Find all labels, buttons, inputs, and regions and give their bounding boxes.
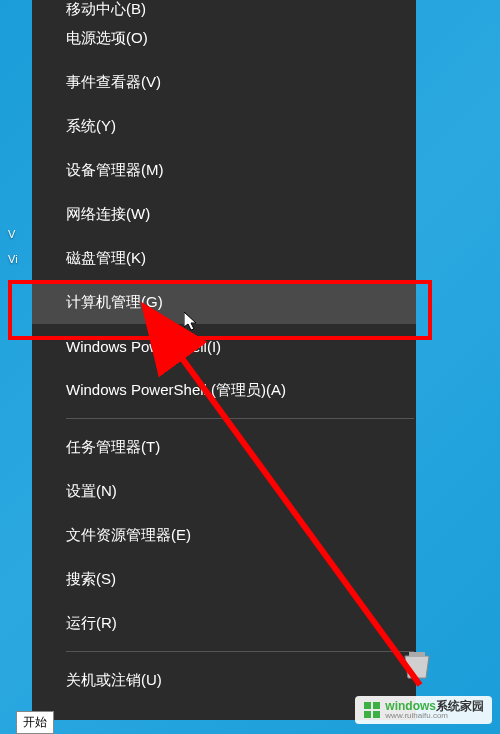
menu-item-disk-management[interactable]: 磁盘管理(K) [32,236,416,280]
tooltip-text: 开始 [23,715,47,729]
start-button-tooltip: 开始 [16,711,54,734]
menu-item-label: 关机或注销(U) [66,671,162,690]
menu-item-power-options[interactable]: 电源选项(O) [32,16,416,60]
menu-item-label: 事件查看器(V) [66,73,161,92]
winx-context-menu: 移动中心(B) 电源选项(O) 事件查看器(V) 系统(Y) 设备管理器(M) … [32,0,416,720]
menu-item-run[interactable]: 运行(R) [32,601,416,645]
desktop-icon-text-partial: Vi [8,253,18,265]
menu-item-network-connections[interactable]: 网络连接(W) [32,192,416,236]
svg-rect-4 [364,702,371,709]
watermark-logo-icon [363,701,381,719]
menu-item-event-viewer[interactable]: 事件查看器(V) [32,60,416,104]
menu-separator [66,418,414,419]
menu-item-label: Windows PowerShell(I) [66,338,221,355]
menu-item-label: 搜索(S) [66,570,116,589]
watermark-url: www.ruihaifu.com [385,712,484,720]
menu-item-label: 系统(Y) [66,117,116,136]
watermark-badge: windows系统家园 www.ruihaifu.com [355,696,492,724]
menu-item-system[interactable]: 系统(Y) [32,104,416,148]
menu-item-label: 计算机管理(G) [66,293,163,312]
menu-item-label: 网络连接(W) [66,205,150,224]
menu-item-label: Windows PowerShell (管理员)(A) [66,381,286,400]
menu-item-settings[interactable]: 设置(N) [32,469,416,513]
menu-separator [66,651,414,652]
svg-rect-7 [373,711,380,718]
menu-item-computer-management[interactable]: 计算机管理(G) [32,280,416,324]
menu-item-label: 电源选项(O) [66,29,148,48]
svg-rect-3 [409,652,425,656]
desktop-recycle-bin-icon[interactable] [399,646,435,686]
menu-item-mobility-center[interactable]: 移动中心(B) [32,0,416,16]
watermark-text: windows系统家园 www.ruihaifu.com [385,700,484,720]
menu-item-powershell[interactable]: Windows PowerShell(I) [32,324,416,368]
menu-item-file-explorer[interactable]: 文件资源管理器(E) [32,513,416,557]
menu-item-device-manager[interactable]: 设备管理器(M) [32,148,416,192]
svg-rect-5 [373,702,380,709]
menu-item-label: 移动中心(B) [66,0,146,19]
menu-item-label: 运行(R) [66,614,117,633]
desktop-icon-text-partial: V [8,228,15,240]
menu-item-search[interactable]: 搜索(S) [32,557,416,601]
svg-rect-6 [364,711,371,718]
menu-item-label: 设置(N) [66,482,117,501]
menu-item-label: 设备管理器(M) [66,161,164,180]
menu-item-label: 磁盘管理(K) [66,249,146,268]
menu-item-label: 文件资源管理器(E) [66,526,191,545]
menu-item-task-manager[interactable]: 任务管理器(T) [32,425,416,469]
menu-item-powershell-admin[interactable]: Windows PowerShell (管理员)(A) [32,368,416,412]
menu-item-label: 任务管理器(T) [66,438,160,457]
